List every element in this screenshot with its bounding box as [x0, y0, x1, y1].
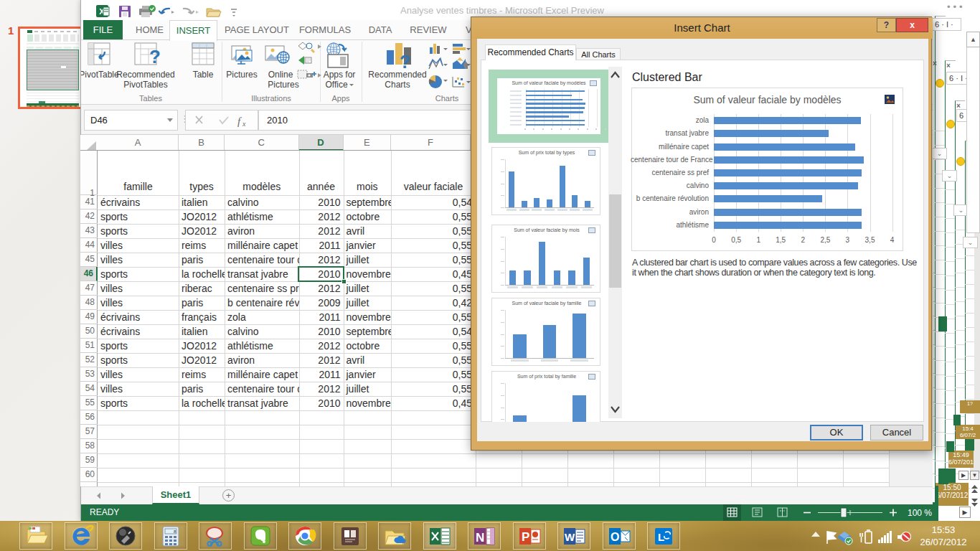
svg-text:PivotTables: PivotTables: [123, 80, 167, 90]
svg-text:Apps for: Apps for: [324, 70, 356, 80]
svg-text:P: P: [522, 530, 529, 544]
svg-text:Table: Table: [193, 70, 214, 80]
svg-text:Recommended: Recommended: [368, 70, 426, 80]
svg-text:Pictures: Pictures: [268, 80, 298, 90]
svg-text:W: W: [565, 531, 575, 543]
svg-text:?: ?: [400, 52, 410, 72]
svg-text:?: ?: [149, 46, 161, 67]
svg-text:Online: Online: [268, 70, 293, 80]
svg-text:O: O: [611, 531, 619, 543]
svg-text:Office: Office: [325, 80, 347, 90]
svg-text:Recommended: Recommended: [116, 70, 174, 80]
svg-text:N: N: [476, 531, 484, 545]
svg-text:x: x: [242, 120, 246, 128]
svg-text:L: L: [658, 531, 664, 543]
svg-text:Charts: Charts: [385, 80, 410, 90]
svg-text:100 %: 100 %: [908, 508, 932, 518]
svg-text:f: f: [237, 116, 242, 127]
svg-text:PivotTable: PivotTable: [81, 70, 119, 80]
svg-text:Pictures: Pictures: [226, 70, 257, 80]
